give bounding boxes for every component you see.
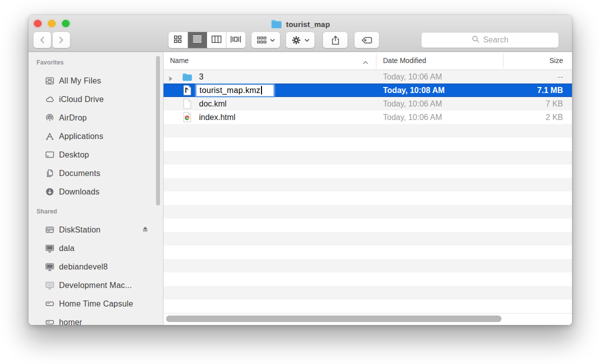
file-row-tourist-map-kmz[interactable]: tourist_map.kmzToday, 10:08 AM7.1 MB: [164, 84, 572, 97]
column-divider[interactable]: [376, 54, 376, 68]
empty-row: [164, 259, 572, 272]
sidebar-item-dala[interactable]: dala: [28, 239, 163, 258]
sidebar-item-all-my-files[interactable]: All My Files: [28, 72, 163, 90]
sort-ascending-icon: [362, 58, 368, 66]
sidebar-section-favorites: Favorites: [36, 58, 163, 66]
share-button[interactable]: [323, 32, 348, 48]
sidebar-item-label: Home Time Capsule: [59, 300, 133, 308]
share-icon: [332, 36, 340, 45]
icloud-icon: [44, 94, 55, 105]
icon-view-icon: [174, 35, 182, 46]
sidebar-item-label: Downloads: [59, 188, 100, 196]
file-size: 7 KB: [546, 99, 563, 109]
sidebar-item-label: iCloud Drive: [59, 95, 104, 104]
file-size: 7.1 MB: [537, 86, 563, 96]
empty-row: [164, 272, 572, 286]
airdrop-icon: [44, 112, 55, 124]
sidebar-item-airdrop[interactable]: AirDrop: [28, 108, 163, 127]
forward-button[interactable]: [52, 32, 70, 48]
desktop-icon: [44, 150, 55, 160]
sidebar-item-desktop[interactable]: Desktop: [28, 146, 163, 164]
file-name: index.html: [199, 112, 236, 122]
arrange-button[interactable]: [252, 32, 280, 48]
empty-row: [164, 300, 572, 313]
title-folder-icon: [270, 19, 282, 29]
kmz-file-icon: [182, 85, 192, 96]
list-header: Name Date Modified Size: [164, 52, 572, 70]
empty-row: [164, 138, 572, 151]
sidebar-section-items: DiskStationdaladebiandevel8Development M…: [28, 220, 163, 325]
view-segment-icon-view[interactable]: [168, 32, 188, 48]
search-placeholder: Search: [483, 36, 508, 44]
doc-file-icon: [182, 98, 192, 110]
sidebar-item-debiandevel8[interactable]: debiandevel8: [28, 258, 163, 276]
title-label: tourist_map: [286, 20, 330, 28]
view-segment-list-view[interactable]: [188, 32, 208, 48]
sidebar-item-label: Development Mac...: [59, 281, 132, 290]
file-row-3[interactable]: 3Today, 10:06 AM--: [164, 70, 572, 84]
sidebar-item-label: debiandevel8: [59, 262, 108, 272]
sidebar-item-development-mac[interactable]: Development Mac...: [28, 276, 163, 294]
file-row-doc-kml[interactable]: doc.kmlToday, 10:06 AM7 KB: [164, 97, 572, 110]
search-input[interactable]: Search: [421, 32, 559, 48]
arrange-grid-icon: [257, 36, 266, 44]
empty-row: [164, 151, 572, 164]
sidebar-section-items: All My FilesiCloud DriveAirDropApplicati…: [28, 72, 163, 201]
empty-row: [164, 124, 572, 138]
column-header-date[interactable]: Date Modified: [383, 56, 426, 64]
eject-icon[interactable]: [142, 225, 149, 234]
file-date-modified: Today, 10:06 AM: [383, 112, 442, 122]
desktop-background: { "window": { "title": "tourist_map", "t…: [0, 0, 600, 364]
capsule-icon: [44, 298, 55, 310]
downloads-icon: [44, 186, 55, 198]
sidebar-item-downloads[interactable]: Downloads: [28, 182, 163, 201]
sidebar-item-label: homer: [59, 318, 82, 326]
empty-row: [164, 218, 572, 232]
action-button[interactable]: [286, 32, 314, 48]
view-segment-column-view[interactable]: [207, 32, 226, 48]
html-file-icon: [182, 112, 192, 123]
empty-row: [164, 178, 572, 192]
sidebar-item-homer[interactable]: homer: [28, 313, 163, 325]
sidebar-item-label: AirDrop: [59, 114, 87, 122]
gear-icon: [292, 36, 301, 45]
horizontal-scrollbar-track: [164, 313, 572, 325]
file-rows: 3Today, 10:06 AM--tourist_map.kmzToday, …: [164, 70, 572, 313]
sidebar-item-home-time-capsule[interactable]: Home Time Capsule: [28, 294, 163, 313]
chevron-down-icon: [270, 38, 275, 42]
empty-row: [164, 246, 572, 259]
titlebar[interactable]: tourist_map Search: [28, 15, 572, 52]
sidebar-item-applications[interactable]: Applications: [28, 127, 163, 146]
file-date-modified: Today, 10:06 AM: [383, 72, 442, 82]
file-list: Name Date Modified Size 3Today, 10:06 AM…: [164, 52, 572, 325]
documents-icon: [44, 168, 55, 179]
filename-edit-field[interactable]: tourist_map.kmz: [196, 84, 274, 96]
filename-edit-text: tourist_map.kmz: [200, 86, 260, 95]
column-header-name[interactable]: Name: [170, 56, 188, 64]
text-cursor: [261, 86, 262, 94]
file-name: doc.kml: [199, 99, 226, 109]
disclosure-triangle-icon[interactable]: [168, 74, 173, 84]
view-segment-coverflow-view[interactable]: [226, 32, 246, 48]
file-row-index-html[interactable]: index.htmlToday, 10:06 AM2 KB: [164, 110, 572, 124]
capsule-icon: [44, 317, 55, 326]
empty-row: [164, 164, 572, 178]
file-size: --: [558, 72, 563, 82]
applications-icon: [44, 131, 55, 142]
tag-button[interactable]: [354, 32, 379, 48]
coverflow-view-icon: [230, 36, 241, 45]
sidebar-item-documents[interactable]: Documents: [28, 164, 163, 182]
sidebar-item-icloud-drive[interactable]: iCloud Drive: [28, 90, 163, 108]
column-view-icon: [212, 36, 222, 45]
horizontal-scrollbar-thumb[interactable]: [166, 316, 502, 322]
sidebar-item-label: Desktop: [59, 150, 89, 160]
sidebar-item-label: Applications: [59, 132, 104, 141]
display-light-icon: [44, 280, 55, 291]
sidebar-item-diskstation[interactable]: DiskStation: [28, 220, 163, 239]
window-content: FavoritesAll My FilesiCloud DriveAirDrop…: [28, 52, 572, 325]
chevron-left-icon: [40, 36, 45, 44]
column-header-size[interactable]: Size: [550, 56, 563, 64]
column-divider[interactable]: [503, 54, 504, 68]
back-button[interactable]: [34, 32, 51, 48]
sidebar-item-label: Documents: [59, 169, 100, 178]
